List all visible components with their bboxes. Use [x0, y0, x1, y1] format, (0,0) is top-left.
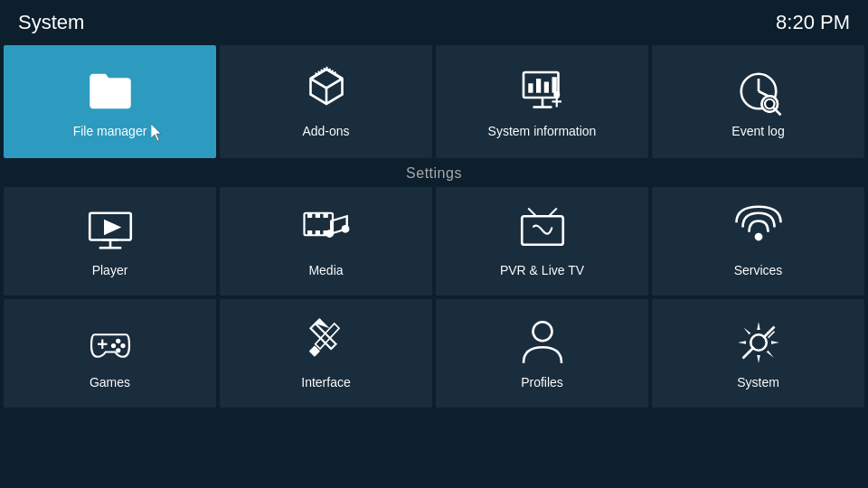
tile-interface[interactable]: Interface — [220, 299, 432, 408]
svg-rect-30 — [307, 230, 312, 235]
addons-icon — [301, 66, 352, 117]
tile-profiles[interactable]: Profiles — [436, 299, 648, 408]
tile-services-label: Services — [734, 263, 783, 277]
top-tiles-row: File manager Add-ons — [0, 45, 868, 158]
svg-point-46 — [110, 343, 115, 348]
tile-media-label: Media — [308, 263, 343, 277]
svg-rect-7 — [536, 79, 541, 93]
pvr-icon — [517, 205, 568, 256]
tile-add-ons[interactable]: Add-ons — [220, 45, 432, 158]
svg-point-44 — [120, 343, 125, 348]
settings-row-1: Player Media — [0, 187, 868, 296]
tile-games[interactable]: Games — [4, 299, 216, 408]
svg-marker-22 — [104, 220, 121, 236]
svg-point-33 — [326, 230, 334, 238]
interface-icon — [301, 317, 352, 368]
tile-player-label: Player — [92, 263, 128, 277]
svg-point-40 — [754, 233, 762, 241]
svg-rect-9 — [552, 77, 556, 93]
tile-pvr-live-tv[interactable]: PVR & Live TV — [436, 187, 648, 296]
tile-system-label: System — [737, 375, 779, 389]
svg-rect-6 — [528, 83, 533, 93]
svg-point-34 — [341, 225, 349, 233]
top-bar: System 8:20 PM — [0, 0, 868, 45]
player-icon — [85, 205, 136, 256]
tile-event-log-label: Event log — [731, 124, 784, 138]
tile-pvr-label: PVR & Live TV — [500, 263, 584, 277]
tile-services[interactable]: Services — [652, 187, 864, 296]
mouse-cursor — [151, 124, 164, 142]
tile-interface-label: Interface — [301, 375, 350, 389]
svg-marker-0 — [151, 124, 161, 141]
folder-icon — [85, 66, 136, 117]
system-icon — [733, 317, 784, 368]
tile-games-label: Games — [90, 375, 130, 389]
svg-rect-29 — [323, 213, 327, 218]
svg-point-45 — [116, 348, 120, 352]
tile-add-ons-label: Add-ons — [302, 124, 349, 138]
svg-rect-27 — [307, 213, 312, 218]
svg-point-53 — [533, 322, 552, 341]
tile-system-information-label: System information — [488, 124, 597, 138]
services-icon — [733, 205, 784, 256]
clock: 8:20 PM — [776, 11, 850, 34]
svg-point-43 — [116, 339, 120, 343]
settings-header: Settings — [0, 158, 868, 187]
tile-file-manager[interactable]: File manager — [4, 45, 216, 158]
svg-point-10 — [553, 91, 560, 98]
svg-line-15 — [759, 91, 769, 96]
svg-line-57 — [742, 347, 753, 358]
tile-file-manager-label: File manager — [73, 124, 147, 138]
games-icon — [85, 317, 136, 368]
tile-system-information[interactable]: System information — [436, 45, 648, 158]
tile-system[interactable]: System — [652, 299, 864, 408]
tile-profiles-label: Profiles — [521, 375, 563, 389]
app-title: System — [18, 11, 84, 34]
svg-rect-31 — [315, 230, 319, 235]
profiles-icon — [517, 317, 568, 368]
svg-rect-28 — [315, 213, 319, 218]
settings-row-2: Games Interface Profiles — [0, 299, 868, 408]
system-info-icon — [517, 66, 568, 117]
tile-media[interactable]: Media — [220, 187, 432, 296]
svg-rect-8 — [543, 81, 548, 92]
event-log-icon — [733, 66, 784, 117]
tile-event-log[interactable]: Event log — [652, 45, 864, 158]
tile-player[interactable]: Player — [4, 187, 216, 296]
media-icon — [301, 205, 352, 256]
